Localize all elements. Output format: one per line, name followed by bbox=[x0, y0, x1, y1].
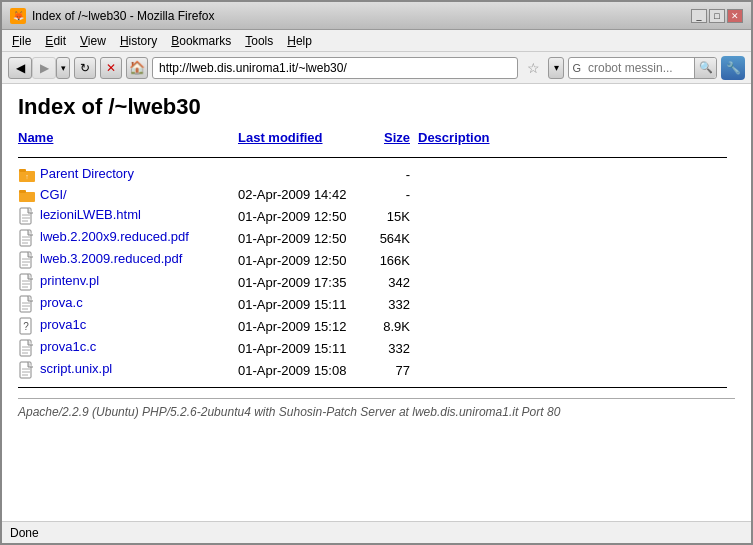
reload-button[interactable]: ↻ bbox=[74, 57, 96, 79]
file-link[interactable]: script.unix.pl bbox=[40, 362, 112, 377]
file-modified-cell: 01-Apr-2009 15:08 bbox=[238, 359, 368, 381]
file-name-cell: prova.c bbox=[18, 293, 238, 315]
file-modified-cell: 01-Apr-2009 12:50 bbox=[238, 249, 368, 271]
forward-button[interactable]: ▶ bbox=[32, 57, 56, 79]
back-forward-group: ◀ ▶ ▾ bbox=[8, 57, 70, 79]
back-dropdown-button[interactable]: ▾ bbox=[56, 57, 70, 79]
col-header-modified[interactable]: Last modified bbox=[238, 128, 368, 151]
page-content: Index of /~lweb30 Name Last modified Siz… bbox=[2, 84, 751, 521]
bookmark-star-icon[interactable]: ☆ bbox=[522, 57, 544, 79]
file-desc-cell bbox=[418, 293, 735, 315]
search-submit-button[interactable]: 🔍 bbox=[694, 58, 716, 78]
file-desc-cell bbox=[418, 227, 735, 249]
file-size-cell: 77 bbox=[368, 359, 418, 381]
file-modified-cell: 02-Apr-2009 14:42 bbox=[238, 185, 368, 206]
url-dropdown-button[interactable]: ▾ bbox=[548, 57, 564, 79]
col-header-size[interactable]: Size bbox=[368, 128, 418, 151]
table-row: printenv.pl01-Apr-2009 17:35342 bbox=[18, 271, 735, 293]
svg-rect-1 bbox=[19, 169, 26, 172]
table-row: lezioniLWEB.html01-Apr-2009 12:5015K bbox=[18, 205, 735, 227]
file-link[interactable]: CGI/ bbox=[40, 187, 67, 202]
file-modified-cell: 01-Apr-2009 12:50 bbox=[238, 205, 368, 227]
col-header-description[interactable]: Description bbox=[418, 128, 735, 151]
file-name-cell: CGI/ bbox=[18, 185, 238, 206]
file-link[interactable]: prova.c bbox=[40, 296, 83, 311]
menu-tools[interactable]: Tools bbox=[239, 32, 279, 50]
file-desc-cell bbox=[418, 315, 735, 337]
menu-help[interactable]: Help bbox=[281, 32, 318, 50]
window-title: Index of /~lweb30 - Mozilla Firefox bbox=[32, 9, 214, 23]
file-name-cell: printenv.pl bbox=[18, 271, 238, 293]
file-modified-cell: 01-Apr-2009 12:50 bbox=[238, 227, 368, 249]
file-size-cell: 15K bbox=[368, 205, 418, 227]
file-link[interactable]: Parent Directory bbox=[40, 166, 134, 181]
search-input[interactable] bbox=[584, 59, 694, 77]
file-size-cell: 8.9K bbox=[368, 315, 418, 337]
file-link[interactable]: prova1c bbox=[40, 318, 86, 333]
table-row: CGI/02-Apr-2009 14:42- bbox=[18, 185, 735, 206]
file-modified-cell bbox=[238, 164, 368, 185]
title-bar: 🦊 Index of /~lweb30 - Mozilla Firefox _ … bbox=[2, 2, 751, 30]
menu-view[interactable]: View bbox=[74, 32, 112, 50]
file-desc-cell bbox=[418, 337, 735, 359]
menu-bar: File Edit View History Bookmarks Tools H… bbox=[2, 30, 751, 52]
file-link[interactable]: printenv.pl bbox=[40, 274, 99, 289]
addon-button[interactable]: 🔧 bbox=[721, 56, 745, 80]
file-modified-cell: 01-Apr-2009 15:11 bbox=[238, 293, 368, 315]
file-size-cell: 332 bbox=[368, 337, 418, 359]
table-row: script.unix.pl01-Apr-2009 15:0877 bbox=[18, 359, 735, 381]
file-name-cell: script.unix.pl bbox=[18, 359, 238, 381]
file-name-cell: lweb.3.2009.reduced.pdf bbox=[18, 249, 238, 271]
table-row: lweb.2.200x9.reduced.pdf01-Apr-2009 12:5… bbox=[18, 227, 735, 249]
table-row: ↑Parent Directory- bbox=[18, 164, 735, 185]
nav-bar: ◀ ▶ ▾ ↻ ✕ 🏠 ☆ ▾ G 🔍 🔧 bbox=[2, 52, 751, 84]
file-link[interactable]: prova1c.c bbox=[40, 340, 96, 355]
menu-file[interactable]: File bbox=[6, 32, 37, 50]
file-desc-cell bbox=[418, 164, 735, 185]
minimize-button[interactable]: _ bbox=[691, 9, 707, 23]
stop-button[interactable]: ✕ bbox=[100, 57, 122, 79]
close-button[interactable]: ✕ bbox=[727, 9, 743, 23]
file-desc-cell bbox=[418, 185, 735, 206]
menu-history[interactable]: History bbox=[114, 32, 163, 50]
server-footer: Apache/2.2.9 (Ubuntu) PHP/5.2.6-2ubuntu4… bbox=[18, 398, 735, 425]
file-link[interactable]: lweb.2.200x9.reduced.pdf bbox=[40, 230, 189, 245]
file-size-cell: 342 bbox=[368, 271, 418, 293]
file-desc-cell bbox=[418, 249, 735, 271]
home-button[interactable]: 🏠 bbox=[126, 57, 148, 79]
file-table: Name Last modified Size Description ↑Par… bbox=[18, 128, 735, 394]
col-header-name[interactable]: Name bbox=[18, 128, 238, 151]
file-desc-cell bbox=[418, 359, 735, 381]
svg-text:↑: ↑ bbox=[25, 173, 29, 180]
file-name-cell: lweb.2.200x9.reduced.pdf bbox=[18, 227, 238, 249]
status-bar: Done bbox=[2, 521, 751, 543]
file-size-cell: - bbox=[368, 185, 418, 206]
status-text: Done bbox=[10, 526, 39, 540]
file-modified-cell: 01-Apr-2009 15:11 bbox=[238, 337, 368, 359]
file-modified-cell: 01-Apr-2009 15:12 bbox=[238, 315, 368, 337]
table-row: ?prova1c01-Apr-2009 15:128.9K bbox=[18, 315, 735, 337]
menu-edit[interactable]: Edit bbox=[39, 32, 72, 50]
file-size-cell: 166K bbox=[368, 249, 418, 271]
file-name-cell: ?prova1c bbox=[18, 315, 238, 337]
table-row: lweb.3.2009.reduced.pdf01-Apr-2009 12:50… bbox=[18, 249, 735, 271]
table-row: prova.c01-Apr-2009 15:11332 bbox=[18, 293, 735, 315]
back-button[interactable]: ◀ bbox=[8, 57, 32, 79]
file-name-cell: ↑Parent Directory bbox=[18, 164, 238, 185]
search-bar: G 🔍 bbox=[568, 57, 717, 79]
table-row: prova1c.c01-Apr-2009 15:11332 bbox=[18, 337, 735, 359]
maximize-button[interactable]: □ bbox=[709, 9, 725, 23]
url-input[interactable] bbox=[152, 57, 518, 79]
file-desc-cell bbox=[418, 271, 735, 293]
file-size-cell: 332 bbox=[368, 293, 418, 315]
menu-bookmarks[interactable]: Bookmarks bbox=[165, 32, 237, 50]
page-title: Index of /~lweb30 bbox=[18, 94, 735, 120]
search-engine-icon: G bbox=[569, 62, 584, 74]
favicon-icon: 🦊 bbox=[10, 8, 26, 24]
file-link[interactable]: lweb.3.2009.reduced.pdf bbox=[40, 252, 182, 267]
browser-window: 🦊 Index of /~lweb30 - Mozilla Firefox _ … bbox=[0, 0, 753, 545]
file-link[interactable]: lezioniLWEB.html bbox=[40, 208, 141, 223]
file-size-cell: - bbox=[368, 164, 418, 185]
file-desc-cell bbox=[418, 205, 735, 227]
svg-rect-3 bbox=[19, 192, 35, 202]
